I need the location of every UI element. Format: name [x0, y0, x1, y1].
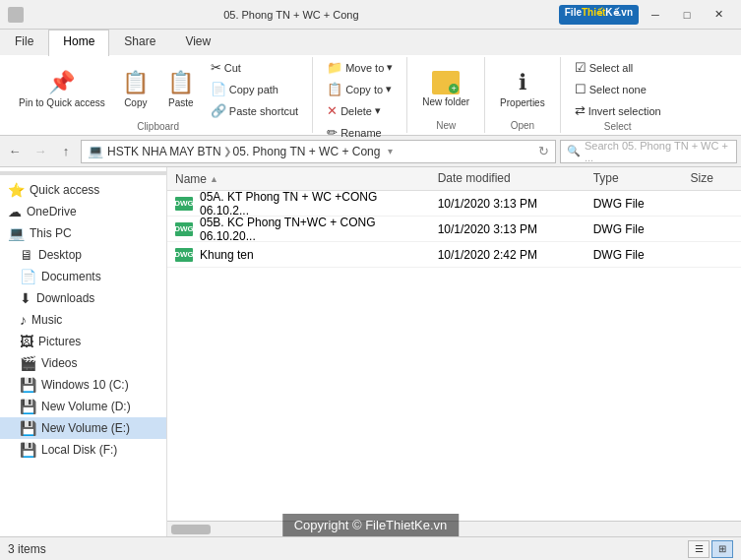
sidebar-item-label-local-f: Local Disk (F:): [41, 443, 117, 457]
col-header-type[interactable]: Type: [586, 169, 683, 188]
large-icon-view-button[interactable]: ⊞: [711, 540, 733, 558]
horizontal-scrollbar[interactable]: [167, 521, 741, 536]
breadcrumb-dropdown-icon[interactable]: ▾: [388, 146, 393, 156]
invert-selection-label: Invert selection: [588, 105, 661, 117]
pin-icon: 📌: [48, 70, 75, 95]
select-col: ☑ Select all ☐ Select none ⇄ Invert sele…: [569, 57, 667, 121]
sidebar-item-label-this-pc: This PC: [30, 226, 72, 240]
sidebar-item-this-pc[interactable]: 💻 This PC: [0, 222, 166, 244]
maximize-button[interactable]: □: [672, 5, 702, 25]
forward-button[interactable]: →: [30, 141, 51, 162]
move-icon: 📁: [327, 60, 342, 75]
file-name-2: DWG Khung ten: [167, 246, 430, 264]
sidebar-item-music[interactable]: ♪ Music: [0, 309, 166, 331]
search-placeholder: Search 05. Phong TN + WC + ...: [585, 140, 730, 163]
cut-icon: ✂: [211, 60, 221, 75]
sidebar-item-videos[interactable]: 🎬 Videos: [0, 352, 166, 374]
properties-button[interactable]: ℹ Properties: [493, 58, 552, 119]
search-icon: 🔍: [567, 145, 581, 157]
col-header-modified[interactable]: Date modified: [430, 169, 586, 188]
videos-icon: 🎬: [20, 355, 36, 371]
move-to-button[interactable]: 📁 Move to ▾: [321, 57, 399, 78]
copy-path-label: Copy path: [229, 84, 278, 95]
sidebar-item-desktop[interactable]: 🖥 Desktop: [0, 244, 166, 266]
col-header-name[interactable]: Name ▲: [167, 169, 430, 188]
breadcrumb-phong[interactable]: 05. Phong TN + WC + Cong: [233, 145, 381, 158]
select-all-button[interactable]: ☑ Select all: [569, 57, 667, 78]
select-none-icon: ☐: [575, 82, 587, 96]
address-path[interactable]: 💻 HSTK NHA MAY BTN ❯ 05. Phong TN + WC +…: [81, 140, 556, 163]
sidebar-item-documents[interactable]: 📄 Documents: [0, 266, 166, 287]
tab-view[interactable]: View: [170, 30, 225, 55]
tab-file[interactable]: File: [0, 30, 48, 55]
clipboard-buttons: 📌 Pin to Quick access 📋 Copy 📋 Paste ✂ C…: [12, 57, 304, 121]
sidebar-item-windows-c[interactable]: 💾 Windows 10 (C:): [0, 374, 166, 396]
sidebar-item-local-f[interactable]: 💾 Local Disk (F:): [0, 439, 166, 461]
new-folder-plus: +: [449, 84, 459, 93]
up-button[interactable]: ↑: [55, 141, 77, 162]
sidebar-item-pictures[interactable]: 🖼 Pictures: [0, 331, 166, 352]
sidebar-item-downloads[interactable]: ⬇ Downloads: [0, 287, 166, 309]
new-folder-icon: +: [432, 71, 460, 94]
ribbon-group-open: ℹ Properties Open: [485, 57, 561, 133]
sidebar-item-volume-e[interactable]: 💾 New Volume (E:): [0, 417, 166, 439]
address-bar: ← → ↑ 💻 HSTK NHA MAY BTN ❯ 05. Phong TN …: [0, 136, 741, 167]
sidebar-resize-handle[interactable]: [0, 171, 166, 175]
ribbon-content: 📌 Pin to Quick access 📋 Copy 📋 Paste ✂ C…: [0, 55, 741, 136]
organize-buttons: 📁 Move to ▾ 📋 Copy to ▾ ✕ Delete ▾ ✏ Ren…: [321, 57, 399, 143]
paste-button[interactable]: 📋 Paste: [159, 59, 203, 120]
close-button[interactable]: ✕: [704, 5, 733, 25]
file-list: DWG 05A. KT Phong TN + WC +CONG 06.10.2.…: [167, 191, 741, 521]
sidebar-item-label-volume-d: New Volume (D:): [41, 400, 131, 413]
paste-shortcut-button[interactable]: 🔗 Paste shortcut: [205, 100, 304, 121]
documents-icon: 📄: [20, 269, 36, 284]
sidebar-item-volume-d[interactable]: 💾 New Volume (D:): [0, 396, 166, 417]
minimize-button[interactable]: ─: [641, 5, 670, 25]
copy-path-icon: 📄: [211, 82, 226, 96]
file-type-1: DWG File: [586, 220, 683, 238]
properties-icon: ℹ: [519, 70, 526, 95]
refresh-icon[interactable]: ↻: [538, 144, 549, 158]
music-icon: ♪: [20, 312, 27, 328]
back-button[interactable]: ←: [4, 141, 26, 162]
h-scroll-thumb[interactable]: [171, 525, 211, 534]
pictures-icon: 🖼: [20, 334, 33, 349]
app-icon: [8, 7, 24, 23]
sidebar-item-label-music: Music: [31, 313, 62, 327]
copy-to-button[interactable]: 📋 Copy to ▾: [321, 79, 399, 99]
main-area: ⭐ Quick access ☁ OneDrive 💻 This PC 🖥 De…: [0, 167, 741, 536]
new-group-label: New: [436, 120, 456, 133]
open-label: Open: [511, 120, 534, 133]
details-view-button[interactable]: ☰: [688, 540, 710, 558]
delete-chevron-icon: ▾: [375, 104, 381, 117]
brand-logo: FileThiếtKế.vn: [559, 5, 639, 25]
search-box[interactable]: 🔍 Search 05. Phong TN + WC + ...: [560, 140, 737, 163]
sidebar-item-quick-access[interactable]: ⭐ Quick access: [0, 179, 166, 201]
file-row-1[interactable]: DWG 05B. KC Phong TN+WC + CONG 06.10.20.…: [167, 217, 741, 242]
paste-shortcut-icon: 🔗: [211, 103, 226, 118]
title-bar-text: 05. Phong TN + WC + Cong: [24, 9, 559, 21]
delete-button[interactable]: ✕ Delete ▾: [321, 100, 399, 121]
rename-icon: ✏: [327, 125, 338, 140]
tab-share[interactable]: Share: [109, 30, 170, 55]
file-name-1: DWG 05B. KC Phong TN+WC + CONG 06.10.20.…: [167, 214, 430, 245]
sidebar-item-onedrive[interactable]: ☁ OneDrive: [0, 201, 166, 222]
copy-button[interactable]: 📋 Copy: [114, 59, 157, 120]
invert-selection-button[interactable]: ⇄ Invert selection: [569, 100, 667, 121]
delete-icon: ✕: [327, 103, 338, 118]
file-row-2[interactable]: DWG Khung ten 10/1/2020 2:42 PM DWG File: [167, 242, 741, 268]
cut-button[interactable]: ✂ Cut: [205, 57, 304, 78]
file-modified-0: 10/1/2020 3:13 PM: [430, 195, 586, 213]
file-size-1: [683, 227, 741, 231]
select-none-label: Select none: [589, 84, 647, 95]
tab-home[interactable]: Home: [48, 30, 109, 56]
copy-to-icon: 📋: [327, 82, 342, 96]
select-none-button[interactable]: ☐ Select none: [569, 79, 667, 99]
pin-to-quick-access-button[interactable]: 📌 Pin to Quick access: [12, 59, 112, 120]
new-buttons: + New folder: [415, 57, 476, 120]
breadcrumb-hstk[interactable]: HSTK NHA MAY BTN: [107, 145, 221, 158]
copy-path-button[interactable]: 📄 Copy path: [205, 79, 304, 99]
new-folder-button[interactable]: + New folder: [415, 58, 476, 119]
col-header-size[interactable]: Size: [683, 169, 741, 188]
breadcrumb: HSTK NHA MAY BTN ❯ 05. Phong TN + WC + C…: [107, 145, 380, 158]
